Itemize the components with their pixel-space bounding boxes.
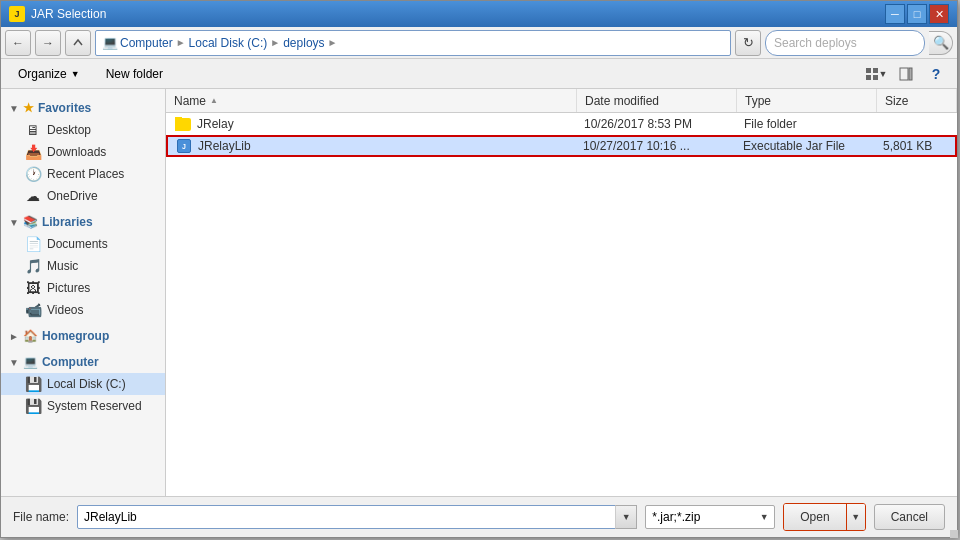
breadcrumb-computer[interactable]: 💻 Computer (102, 35, 173, 50)
sidebar: ▼ ★ Favorites 🖥 Desktop 📥 Downloads 🕐 Re… (1, 89, 166, 496)
open-dropdown-button[interactable]: ▼ (847, 504, 865, 530)
bottom-bar: File name: ▼ *.jar;*.zip ▼ Open ▼ Cancel (1, 496, 957, 537)
organize-arrow-icon: ▼ (71, 69, 80, 79)
preview-pane-button[interactable] (893, 62, 919, 86)
file-size-jrelaylib: 5,801 KB (875, 139, 955, 153)
svg-rect-1 (873, 68, 878, 73)
cloud-icon: ☁ (25, 188, 41, 204)
computer-header[interactable]: ▼ 💻 Computer (1, 351, 165, 373)
homegroup-header[interactable]: ► 🏠 Homegroup (1, 325, 165, 347)
file-date-jrelay: 10/26/2017 8:53 PM (576, 117, 736, 131)
breadcrumb-sep-2: ► (270, 37, 280, 48)
jar-icon: J (176, 139, 192, 153)
svg-rect-3 (873, 75, 878, 80)
filename-label: File name: (13, 510, 69, 524)
jar-selection-dialog: J JAR Selection ─ □ ✕ ← → 💻 Computer ► L… (0, 0, 958, 538)
search-button[interactable]: 🔍 (929, 31, 953, 55)
views-dropdown-arrow-icon: ▼ (879, 69, 888, 79)
file-list: JRelay 10/26/2017 8:53 PM File folder J … (166, 113, 957, 496)
sidebar-item-local-disk[interactable]: 💾 Local Disk (C:) (1, 373, 165, 395)
documents-icon: 📄 (25, 236, 41, 252)
homegroup-icon: 🏠 (23, 329, 38, 343)
cancel-button[interactable]: Cancel (874, 504, 945, 530)
col-header-type[interactable]: Type (737, 89, 877, 112)
forward-button[interactable]: → (35, 30, 61, 56)
maximize-button[interactable]: □ (907, 4, 927, 24)
local-disk-icon: 💾 (25, 376, 41, 392)
sidebar-item-downloads[interactable]: 📥 Downloads (1, 141, 165, 163)
file-list-header: Name ▲ Date modified Type Size (166, 89, 957, 113)
svg-rect-0 (866, 68, 871, 73)
computer-icon: 💻 (23, 355, 38, 369)
up-button[interactable] (65, 30, 91, 56)
favorites-header[interactable]: ▼ ★ Favorites (1, 97, 165, 119)
help-button[interactable]: ? (923, 62, 949, 86)
svg-rect-5 (909, 68, 912, 80)
filename-dropdown-button[interactable]: ▼ (615, 505, 637, 529)
search-bar[interactable]: Search deploys (765, 30, 925, 56)
col-header-size[interactable]: Size (877, 89, 957, 112)
filename-input[interactable] (77, 505, 637, 529)
file-date-jrelaylib: 10/27/2017 10:16 ... (575, 139, 735, 153)
file-type-jrelay: File folder (736, 117, 876, 131)
sidebar-item-desktop[interactable]: 🖥 Desktop (1, 119, 165, 141)
file-type-jrelaylib: Executable Jar File (735, 139, 875, 153)
sidebar-item-recent-places[interactable]: 🕐 Recent Places (1, 163, 165, 185)
sidebar-item-documents[interactable]: 📄 Documents (1, 233, 165, 255)
col-header-name[interactable]: Name ▲ (166, 89, 577, 112)
sort-arrow-icon: ▲ (210, 96, 218, 105)
downloads-icon: 📥 (25, 144, 41, 160)
breadcrumb-local-disk[interactable]: Local Disk (C:) (189, 36, 268, 50)
toolbar: Organize ▼ New folder ▼ (1, 59, 957, 89)
file-name-jrelaylib: J JRelayLib (168, 139, 575, 153)
titlebar-controls: ─ □ ✕ (885, 4, 949, 24)
addressbar: ← → 💻 Computer ► Local Disk (C:) ► deplo… (1, 27, 957, 59)
music-icon: 🎵 (25, 258, 41, 274)
close-button[interactable]: ✕ (929, 4, 949, 24)
new-folder-button[interactable]: New folder (97, 62, 172, 86)
recent-icon: 🕐 (25, 166, 41, 182)
dialog-icon: J (9, 6, 25, 22)
filetype-select-wrap: *.jar;*.zip ▼ (645, 505, 775, 529)
search-placeholder: Search deploys (774, 36, 857, 50)
breadcrumb-deploys[interactable]: deploys (283, 36, 324, 50)
file-area: Name ▲ Date modified Type Size (166, 89, 957, 496)
favorites-section: ▼ ★ Favorites 🖥 Desktop 📥 Downloads 🕐 Re… (1, 97, 165, 207)
toolbar-right: ▼ ? (863, 62, 949, 86)
dialog-title: JAR Selection (31, 7, 885, 21)
breadcrumb[interactable]: 💻 Computer ► Local Disk (C:) ► deploys ► (95, 30, 731, 56)
sidebar-item-system-reserved[interactable]: 💾 System Reserved (1, 395, 165, 417)
col-header-date[interactable]: Date modified (577, 89, 737, 112)
file-name-jrelay: JRelay (167, 117, 576, 131)
breadcrumb-sep-1: ► (176, 37, 186, 48)
open-button-group: Open ▼ (783, 503, 865, 531)
sidebar-item-videos[interactable]: 📹 Videos (1, 299, 165, 321)
libraries-header[interactable]: ▼ 📚 Libraries (1, 211, 165, 233)
sidebar-item-pictures[interactable]: 🖼 Pictures (1, 277, 165, 299)
organize-button[interactable]: Organize ▼ (9, 62, 89, 86)
sidebar-item-music[interactable]: 🎵 Music (1, 255, 165, 277)
system-reserved-icon: 💾 (25, 398, 41, 414)
homegroup-section: ► 🏠 Homegroup (1, 325, 165, 347)
library-icon: 📚 (23, 215, 38, 229)
file-row-jrelaylib[interactable]: J JRelayLib 10/27/2017 10:16 ... Executa… (166, 135, 957, 157)
sidebar-item-onedrive[interactable]: ☁ OneDrive (1, 185, 165, 207)
homegroup-collapse-icon: ► (9, 331, 19, 342)
svg-rect-2 (866, 75, 871, 80)
resize-handle[interactable] (950, 530, 958, 538)
libraries-section: ▼ 📚 Libraries 📄 Documents 🎵 Music 🖼 Pict… (1, 211, 165, 321)
libraries-collapse-icon: ▼ (9, 217, 19, 228)
computer-collapse-icon: ▼ (9, 357, 19, 368)
views-button[interactable]: ▼ (863, 62, 889, 86)
back-button[interactable]: ← (5, 30, 31, 56)
minimize-button[interactable]: ─ (885, 4, 905, 24)
videos-icon: 📹 (25, 302, 41, 318)
open-button[interactable]: Open (784, 504, 846, 530)
star-icon: ★ (23, 101, 34, 115)
filetype-select[interactable]: *.jar;*.zip (645, 505, 775, 529)
refresh-button[interactable]: ↻ (735, 30, 761, 56)
desktop-icon: 🖥 (25, 122, 41, 138)
breadcrumb-sep-3: ► (328, 37, 338, 48)
pictures-icon: 🖼 (25, 280, 41, 296)
file-row-jrelay[interactable]: JRelay 10/26/2017 8:53 PM File folder (166, 113, 957, 135)
